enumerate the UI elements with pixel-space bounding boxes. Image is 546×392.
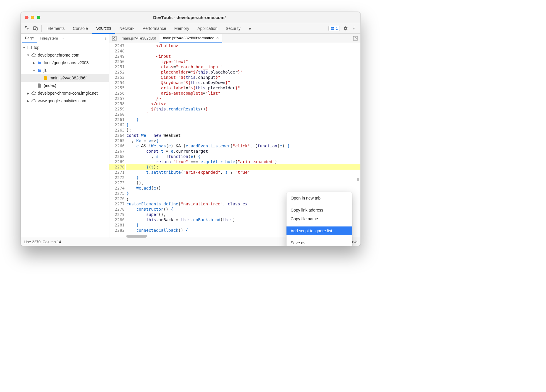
- menu-add-to-ignore-list[interactable]: Add script to ignore list: [286, 226, 352, 235]
- tree-label: (index): [44, 83, 56, 88]
- svg-point-6: [106, 37, 106, 38]
- js-file-icon: [43, 76, 48, 80]
- editor-tab-unformatted[interactable]: main.js?v=e382d86f: [118, 34, 160, 43]
- disclosure-triangle-icon[interactable]: ▶: [27, 92, 30, 95]
- devtools-window: DevTools - developer.chrome.com/ Element…: [21, 12, 361, 246]
- cloud-icon: [31, 91, 36, 96]
- tree-label: js: [44, 68, 47, 73]
- editor-tab-label: main.js?v=e382d86f: [122, 36, 156, 40]
- tab-network[interactable]: Network: [115, 23, 138, 34]
- issues-count: 1: [336, 26, 338, 30]
- menu-separator: [286, 237, 352, 237]
- tree-label: developer.chrome.com: [38, 53, 79, 57]
- line-number-gutter[interactable]: 2247224822492250225122522253225422552256…: [109, 43, 126, 238]
- tab-console[interactable]: Console: [69, 23, 92, 34]
- frame-icon: [27, 45, 32, 50]
- navtab-filesystem[interactable]: Filesystem: [37, 34, 61, 43]
- svg-point-5: [354, 29, 355, 30]
- tree-label: top: [34, 45, 39, 50]
- tab-sources[interactable]: Sources: [92, 23, 115, 34]
- navtabs-overflow-icon[interactable]: »: [62, 36, 64, 40]
- tree-row-folder[interactable]: ▶ fonts/google-sans-v2003: [21, 59, 109, 67]
- editor-pane: main.js?v=e382d86f main.js?v=e382d86f:fo…: [109, 34, 360, 238]
- menu-save-as[interactable]: Save as…: [286, 238, 352, 246]
- menu-copy-link-address[interactable]: Copy link address: [286, 206, 352, 214]
- tree-row-domain[interactable]: ▶ www.google-analytics.com: [21, 97, 109, 105]
- context-menu: Open in new tab Copy link address Copy f…: [286, 192, 352, 246]
- navigator-tabs: Page Filesystem »: [21, 34, 109, 43]
- file-tree[interactable]: ▼ top ▼ developer.chrome.com ▶ fonts/goo…: [21, 43, 109, 238]
- svg-point-4: [354, 28, 355, 29]
- vertical-scroll-thumb[interactable]: [357, 178, 359, 181]
- tab-application[interactable]: Application: [193, 23, 222, 34]
- close-window-button[interactable]: [25, 16, 28, 19]
- menu-separator: [286, 225, 352, 225]
- svg-rect-1: [36, 28, 38, 30]
- folder-icon: [37, 68, 42, 73]
- settings-gear-icon[interactable]: [342, 24, 350, 33]
- tree-row-top[interactable]: ▼ top: [21, 44, 109, 51]
- svg-rect-10: [112, 36, 116, 40]
- main-toolbar: Elements Console Sources Network Perform…: [21, 23, 360, 34]
- disclosure-triangle-icon[interactable]: ▼: [33, 69, 35, 72]
- tree-label: main.js?v=e382d86f: [50, 76, 87, 80]
- folder-icon: [37, 60, 42, 65]
- maximize-window-button[interactable]: [37, 16, 40, 19]
- horizontal-scrollbar[interactable]: [126, 235, 147, 238]
- svg-point-8: [106, 39, 106, 40]
- nav-back-icon[interactable]: [111, 35, 118, 42]
- disclosure-triangle-icon[interactable]: ▼: [23, 46, 26, 49]
- titlebar: DevTools - developer.chrome.com/: [21, 12, 360, 23]
- svg-point-3: [354, 26, 355, 27]
- tab-security[interactable]: Security: [222, 23, 245, 34]
- editor-tab-formatted[interactable]: main.js?v=e382d86f:formatted ×: [160, 34, 223, 43]
- navigator-kebab-icon[interactable]: [104, 36, 108, 40]
- menu-separator: [286, 204, 352, 204]
- svg-rect-2: [331, 27, 334, 30]
- issues-badge[interactable]: 1: [328, 26, 340, 31]
- close-tab-icon[interactable]: ×: [216, 35, 219, 41]
- editor-tabs: main.js?v=e382d86f main.js?v=e382d86f:fo…: [109, 34, 360, 43]
- tree-row-file-mainjs[interactable]: main.js?v=e382d86f: [21, 74, 109, 82]
- tree-label: developer-chrome-com.imgix.net: [38, 91, 98, 96]
- tab-elements[interactable]: Elements: [43, 23, 69, 34]
- disclosure-triangle-icon[interactable]: ▶: [27, 99, 30, 103]
- disclosure-triangle-icon[interactable]: ▼: [27, 54, 30, 57]
- device-toolbar-icon[interactable]: [31, 24, 40, 33]
- tabs-overflow-icon[interactable]: »: [245, 23, 255, 34]
- window-title: DevTools - developer.chrome.com/: [40, 15, 339, 20]
- tree-row-domain[interactable]: ▼ developer.chrome.com: [21, 51, 109, 59]
- cursor-position: Line 2270, Column 14: [24, 240, 61, 244]
- kebab-menu-icon[interactable]: [350, 24, 358, 33]
- navtab-page[interactable]: Page: [22, 34, 37, 43]
- inspect-element-icon[interactable]: [23, 24, 31, 33]
- svg-rect-11: [353, 36, 357, 40]
- svg-rect-9: [28, 46, 31, 49]
- minimize-window-button[interactable]: [31, 16, 34, 19]
- document-icon: [37, 83, 42, 88]
- menu-copy-file-name[interactable]: Copy file name: [286, 214, 352, 223]
- editor-tab-label: main.js?v=e382d86f:formatted: [163, 36, 214, 40]
- cloud-icon: [31, 98, 36, 103]
- svg-point-7: [106, 38, 106, 39]
- navigator-pane: Page Filesystem » ▼ top ▼ developer.chro…: [21, 34, 109, 238]
- traffic-lights: [25, 16, 40, 19]
- tree-label: www.google-analytics.com: [38, 98, 86, 103]
- tab-performance[interactable]: Performance: [138, 23, 170, 34]
- tree-label: fonts/google-sans-v2003: [44, 60, 89, 65]
- toggle-debugger-pane-icon[interactable]: [352, 35, 359, 42]
- menu-open-new-tab[interactable]: Open in new tab: [286, 194, 352, 202]
- tree-row-folder-js[interactable]: ▼ js: [21, 67, 109, 74]
- disclosure-triangle-icon[interactable]: ▶: [33, 61, 35, 64]
- tree-row-file-index[interactable]: (index): [21, 82, 109, 89]
- tree-row-domain[interactable]: ▶ developer-chrome-com.imgix.net: [21, 89, 109, 97]
- cloud-icon: [31, 53, 36, 57]
- tab-memory[interactable]: Memory: [170, 23, 194, 34]
